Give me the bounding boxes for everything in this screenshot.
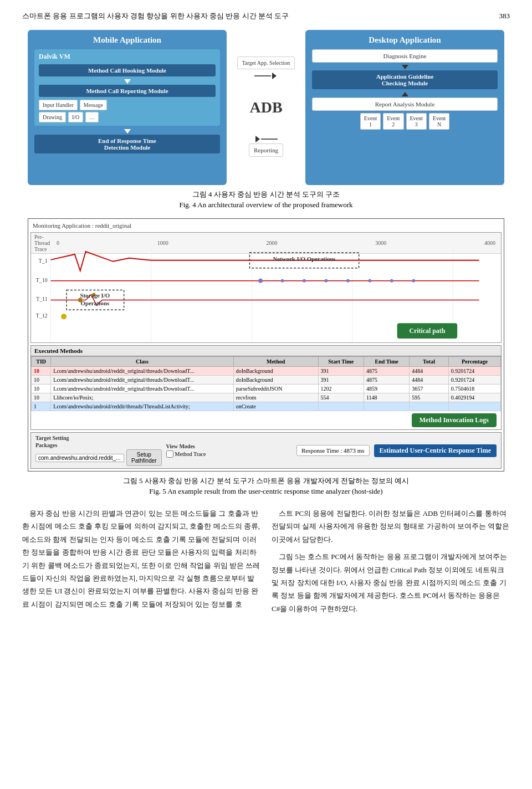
event1-box: Event 1 bbox=[360, 113, 381, 130]
app-guideline-box: Application GuidelineChecking Module bbox=[312, 70, 498, 89]
scale-3000: 3000 bbox=[375, 240, 386, 246]
svg-point-17 bbox=[412, 279, 415, 283]
target-setting-group: Target Setting Packages Setup Pathfinder bbox=[35, 435, 162, 466]
method-trace-checkbox[interactable] bbox=[166, 450, 173, 458]
table-cell bbox=[318, 402, 364, 411]
view-modes-group: View Modes Method Trace bbox=[166, 443, 206, 458]
col-tid: TID bbox=[32, 357, 51, 367]
arrow-right-1 bbox=[272, 73, 277, 79]
body-text: 용자 중심 반응 시간의 판별과 연관이 있는 모든 메소드들을 그 호출과 반… bbox=[22, 507, 510, 619]
report-analysis-box: Report Analysis Module bbox=[312, 98, 498, 111]
sub-modules-row1: Input Handler Message bbox=[39, 100, 216, 110]
table-cell: onCreate bbox=[233, 402, 318, 411]
diagnosis-engine-box: Diagnosis Engine bbox=[312, 49, 498, 63]
arrow-down-1 bbox=[124, 79, 131, 84]
svg-point-11 bbox=[281, 279, 284, 283]
col-method: Method bbox=[233, 357, 318, 367]
fig5-korean: 그림 5 사용자 중심 반응 시간 분석 도구가 스마트폰 응용 개발자에게 전… bbox=[22, 476, 510, 486]
mobile-app-title: Mobile Application bbox=[34, 35, 220, 45]
table-cell: 10 bbox=[32, 367, 51, 376]
arrow-down-2 bbox=[124, 129, 131, 134]
message-box: Message bbox=[80, 100, 107, 110]
svg-point-16 bbox=[390, 279, 393, 283]
col-total: Total bbox=[410, 357, 449, 367]
table-cell: 1148 bbox=[364, 393, 409, 402]
page-number: 383 bbox=[499, 12, 510, 21]
drawing-box: Drawing bbox=[39, 112, 66, 122]
scale-4000: 4000 bbox=[484, 240, 495, 246]
table-cell: 0.9201724 bbox=[448, 376, 500, 385]
svg-text:Critical path: Critical path bbox=[410, 327, 446, 335]
col-end: End Time bbox=[364, 357, 409, 367]
table-cell: 10 bbox=[32, 376, 51, 385]
table-cell: Lcom/andrewshu/android/reddit_original/t… bbox=[51, 376, 233, 385]
monitoring-header: Monitoring Application : reddit_original bbox=[30, 221, 502, 230]
response-time-value: 4873 ms bbox=[344, 447, 365, 454]
setup-pathfinder-btn[interactable]: Setup Pathfinder bbox=[126, 449, 162, 466]
packages-input[interactable] bbox=[35, 454, 124, 462]
eventN-box: Event N bbox=[429, 113, 449, 130]
table-row: 1Lcom/andrewshu/android/reddit/threads/T… bbox=[32, 402, 501, 411]
fig4-caption: 그림 4 사용자 중심 반응 시간 분석 도구의 구조 Fig. 4 An ar… bbox=[22, 189, 510, 209]
sub-modules-row2: Drawing I/O … bbox=[39, 112, 216, 122]
method-inv-overlay: Method Invocation Logs bbox=[31, 411, 501, 429]
target-setting-label: Target Setting bbox=[35, 435, 162, 441]
table-cell: Llibcore/io/Posix; bbox=[51, 393, 233, 402]
view-modes-label: View Modes bbox=[166, 443, 206, 449]
table-cell bbox=[364, 402, 409, 411]
table-cell bbox=[410, 402, 449, 411]
svg-point-10 bbox=[258, 279, 263, 283]
table-cell: Lcom/andrewshu/android/reddit/threads/Th… bbox=[51, 402, 233, 411]
scale-1000: 1000 bbox=[157, 240, 168, 246]
right-para-2: 그림 5는 호스트 PC에서 동작하는 응용 프로그램이 개발자에게 보여주는 … bbox=[272, 550, 510, 615]
page-container: 스마트폰 응용 프로그램의 사용자 경험 향상을 위한 사용자 중심 반응 시간… bbox=[0, 0, 532, 631]
page-header-title: 스마트폰 응용 프로그램의 사용자 경험 향상을 위한 사용자 중심 반응 시간… bbox=[22, 11, 289, 21]
right-para-1: 스트 PC의 응용에 전달한다. 이러한 정보들은 ADB 인터페이스를 통하여… bbox=[272, 507, 510, 546]
svg-point-13 bbox=[325, 279, 328, 283]
fig5-english: Fig. 5 An example result from the user-c… bbox=[22, 487, 510, 496]
app-guideline-label: Application GuidelineChecking Module bbox=[376, 73, 434, 86]
monitoring-box: Monitoring Application : reddit_original… bbox=[28, 218, 504, 472]
svg-text:T_1: T_1 bbox=[39, 258, 48, 264]
page-header: 스마트폰 응용 프로그램의 사용자 경험 향상을 위한 사용자 중심 반응 시간… bbox=[22, 11, 510, 21]
arrow-up-1 bbox=[402, 92, 408, 96]
arrow-right-2 bbox=[255, 136, 260, 142]
table-cell: 1 bbox=[32, 402, 51, 411]
method-call-hooking-box: Method Call Hooking Module bbox=[39, 64, 216, 76]
table-row: 10Llibcore/io/Posix;recvfrom55411485950.… bbox=[32, 393, 501, 402]
fig4-korean: 그림 4 사용자 중심 반응 시간 분석 도구의 구조 bbox=[22, 189, 510, 199]
table-cell: 4484 bbox=[410, 376, 449, 385]
text-col-right: 스트 PC의 응용에 전달한다. 이러한 정보들은 ADB 인터페이스를 통하여… bbox=[272, 507, 510, 619]
table-cell: recvfrom bbox=[233, 393, 318, 402]
io-box: I/O bbox=[68, 112, 83, 122]
svg-point-15 bbox=[368, 279, 371, 283]
method-call-reporting-box: Method Call Reporting Module bbox=[39, 85, 216, 97]
table-cell: 10 bbox=[32, 393, 51, 402]
table-cell: 0.4029194 bbox=[448, 393, 500, 402]
methods-tbody: 10Lcom/andrewshu/android/reddit_original… bbox=[32, 367, 501, 411]
dalvik-label: Dalvik VM bbox=[39, 53, 216, 61]
trace-scale: 0 1000 2000 3000 4000 bbox=[54, 240, 498, 246]
col-pct: Percentage bbox=[448, 357, 500, 367]
table-cell: Lcom/andrewshu/android/reddit_original/t… bbox=[51, 367, 233, 376]
table-cell: 4484 bbox=[410, 367, 449, 376]
desktop-app-title: Desktop Application bbox=[312, 35, 498, 45]
adb-label: ADB bbox=[249, 99, 282, 116]
estimated-label: Estimated User-Centric Response Time bbox=[374, 444, 497, 457]
table-row: 10Lcom/andrewshu/android/reddit_original… bbox=[32, 376, 501, 385]
table-header-row: TID Class Method Start Time End Time Tot… bbox=[32, 357, 501, 367]
table-cell: doInBackground bbox=[233, 367, 318, 376]
exec-methods-header: Executed Methods bbox=[31, 346, 501, 356]
fig5-caption: 그림 5 사용자 중심 반응 시간 분석 도구가 스마트폰 응용 개발자에게 전… bbox=[22, 476, 510, 496]
architecture-diagram: Mobile Application Dalvik VM Method Call… bbox=[28, 30, 504, 185]
table-cell: 1202 bbox=[318, 385, 364, 393]
table-cell: 595 bbox=[410, 393, 449, 402]
col-start: Start Time bbox=[318, 357, 364, 367]
end-response-box: End of Response TimeDetection Module bbox=[34, 135, 220, 153]
table-cell: 0.9201724 bbox=[448, 367, 500, 376]
method-trace-row: Method Trace bbox=[166, 450, 206, 458]
reporting-box: Reporting bbox=[249, 144, 283, 157]
response-time-display: Response Time : 4873 ms bbox=[296, 445, 370, 456]
arrow-down-3 bbox=[402, 65, 408, 69]
arch-middle-section: Target App. Selection ADB Reporting bbox=[227, 30, 305, 185]
